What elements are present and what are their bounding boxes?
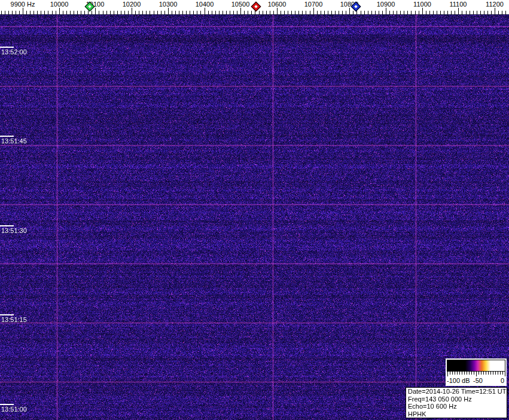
freq-minor-tick (63, 11, 63, 14)
freq-minor-tick (30, 11, 31, 14)
colorbar-min-label: -100 dB (447, 377, 470, 384)
colorbar-tick (500, 371, 501, 375)
freq-minor-tick (66, 11, 67, 14)
freq-minor-tick (505, 11, 506, 14)
freq-minor-tick (462, 11, 462, 14)
freq-major-tick (495, 8, 495, 14)
freq-axis-label: 10000 (50, 1, 69, 8)
freq-minor-tick (244, 11, 245, 14)
freq-minor-tick (84, 11, 85, 14)
time-label-text: 13:52:00 (1, 48, 27, 56)
freq-minor-tick (393, 11, 394, 14)
freq-minor-tick (150, 11, 150, 14)
colorbar-tick (464, 371, 465, 375)
freq-minor-tick (368, 11, 368, 14)
freq-minor-tick (77, 11, 78, 14)
freq-minor-tick (12, 11, 13, 14)
freq-minor-tick (190, 11, 190, 14)
colorbar-tick (462, 371, 462, 375)
colorbar-tick (474, 371, 474, 375)
freq-minor-tick (251, 11, 252, 14)
freq-minor-tick (215, 11, 216, 14)
freq-minor-tick (193, 11, 194, 14)
freq-minor-tick (491, 11, 492, 14)
freq-minor-tick (212, 11, 212, 14)
freq-minor-tick (41, 11, 41, 14)
freq-minor-tick (44, 11, 45, 14)
freq-minor-tick (466, 11, 467, 14)
freq-minor-tick (157, 11, 158, 14)
colorbar-tick (476, 371, 477, 376)
colorbar-tick (452, 371, 453, 375)
freq-major-tick (349, 8, 350, 14)
freq-axis-label: 11100 (450, 1, 467, 8)
freq-major-tick (59, 8, 60, 14)
freq-minor-tick (437, 11, 437, 14)
freq-minor-tick (226, 11, 227, 14)
freq-minor-tick (117, 11, 118, 14)
freq-minor-tick (346, 11, 346, 14)
freq-minor-tick (426, 11, 426, 14)
colorbar-max-label: 0 (501, 377, 504, 384)
freq-minor-tick (92, 11, 92, 14)
freq-minor-tick (473, 11, 474, 14)
freq-minor-tick (331, 11, 332, 14)
time-tick-line (0, 314, 14, 315)
freq-major-tick (240, 8, 241, 14)
freq-minor-tick (230, 11, 230, 14)
freq-minor-tick (146, 11, 147, 14)
freq-minor-tick (411, 11, 412, 14)
freq-minor-tick (81, 11, 81, 14)
freq-major-tick (23, 8, 23, 14)
freq-minor-tick (223, 11, 223, 14)
freq-minor-tick (470, 11, 470, 14)
freq-minor-tick (103, 11, 103, 14)
freq-minor-tick (400, 11, 401, 14)
freq-minor-tick (321, 11, 321, 14)
freq-minor-tick (114, 11, 114, 14)
time-label-text: 13:51:30 (1, 227, 27, 234)
red-diamond-marker-core (254, 5, 258, 8)
freq-minor-tick (415, 11, 416, 14)
freq-major-tick (132, 8, 132, 14)
freq-minor-tick (397, 11, 397, 14)
freq-minor-tick (429, 11, 430, 14)
freq-minor-tick (37, 11, 38, 14)
freq-minor-tick (121, 11, 121, 14)
time-tick-line (0, 47, 14, 48)
green-diamond-marker-core (88, 5, 92, 8)
colorbar-tick (490, 371, 491, 375)
freq-minor-tick (175, 11, 176, 14)
freq-minor-tick (248, 11, 248, 14)
colorbar-tick (455, 371, 455, 375)
freq-axis-label: 11000 (413, 1, 431, 8)
freq-minor-tick (480, 11, 481, 14)
freq-minor-tick (200, 11, 201, 14)
waterfall-spectrogram-canvas[interactable] (0, 15, 509, 420)
freq-minor-tick (273, 11, 274, 14)
freq-minor-tick (233, 11, 234, 14)
freq-minor-tick (451, 11, 452, 14)
freq-minor-tick (110, 11, 111, 14)
colorbar-tick-ruler (447, 371, 505, 377)
freq-minor-tick (197, 11, 197, 14)
colorbar-tick (502, 371, 503, 375)
freq-minor-tick (19, 11, 20, 14)
freq-minor-tick (339, 11, 339, 14)
freq-minor-tick (237, 11, 237, 14)
info-box: Date=2014-10-26 Time=12:51 UTC Freq=143 … (406, 387, 507, 418)
freq-minor-tick (477, 11, 477, 14)
freq-minor-tick (281, 11, 281, 14)
freq-axis-label: 10900 (377, 1, 395, 8)
freq-minor-tick (182, 11, 183, 14)
freq-minor-tick (353, 11, 353, 14)
freq-minor-tick (379, 11, 379, 14)
colorbar-tick (478, 371, 479, 375)
freq-minor-tick (328, 11, 328, 14)
freq-minor-tick (142, 11, 143, 14)
freq-major-tick (313, 8, 314, 14)
freq-minor-tick (306, 11, 306, 14)
colorbar-tick (483, 371, 484, 375)
colorbar-legend: -100 dB -50 0 (446, 358, 507, 386)
colorbar-tick (457, 371, 458, 375)
